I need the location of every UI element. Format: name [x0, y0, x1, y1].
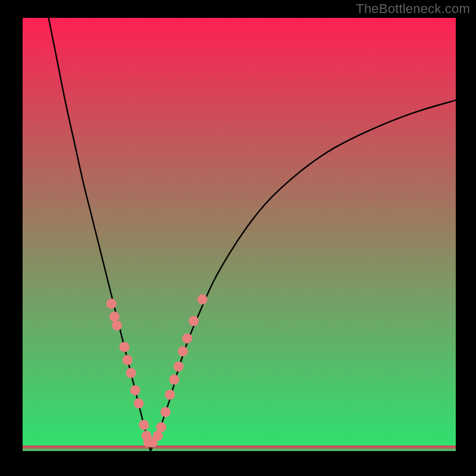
chart-frame: TheBottleneck.com [0, 0, 476, 476]
marker-point [153, 431, 163, 441]
gradient-background [23, 18, 456, 451]
marker-point [182, 333, 192, 343]
marker-point [112, 320, 122, 330]
marker-point [169, 374, 179, 384]
marker-point [139, 420, 149, 430]
plot-area [23, 18, 456, 451]
marker-point [107, 299, 117, 309]
marker-point [120, 342, 130, 352]
marker-point [123, 355, 133, 365]
marker-point [198, 295, 208, 305]
marker-point [109, 312, 120, 322]
marker-point [174, 362, 184, 372]
marker-point [156, 422, 166, 432]
marker-point [126, 368, 136, 378]
marker-point [189, 316, 199, 326]
marker-point [134, 398, 144, 408]
marker-point [161, 407, 171, 417]
plot-svg [23, 18, 456, 451]
watermark-text: TheBottleneck.com [356, 1, 470, 17]
marker-point [130, 386, 140, 396]
marker-point [178, 346, 188, 356]
marker-point [165, 390, 175, 400]
